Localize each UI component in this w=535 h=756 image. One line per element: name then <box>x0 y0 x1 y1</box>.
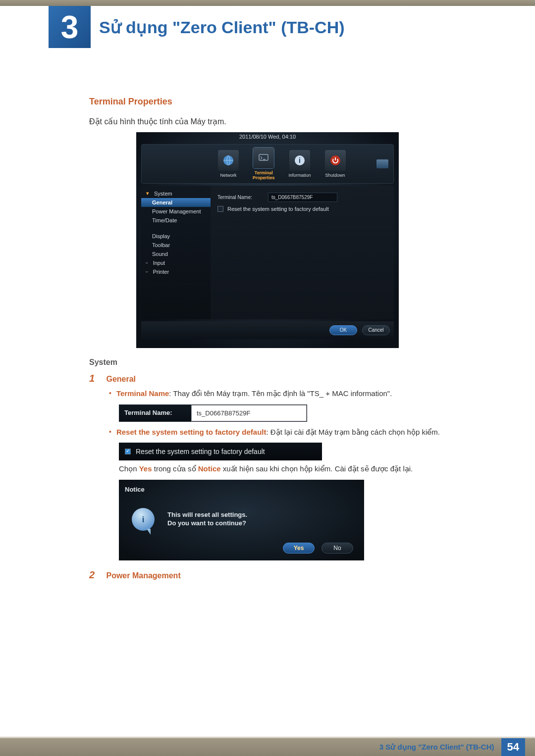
tree-toolbar[interactable]: Toolbar <box>141 241 211 250</box>
chapter-title: Sử dụng "Zero Client" (TB-CH) <box>99 17 345 37</box>
window-toolbar: Network TerminalProperties i Information… <box>141 144 394 184</box>
notice-no-button[interactable]: No <box>321 543 353 554</box>
terminal-name-input[interactable]: ts_D0667B87529F <box>268 193 337 202</box>
section-heading: Terminal Properties <box>89 97 446 107</box>
tree-input[interactable]: Input <box>141 258 211 267</box>
page-content: Terminal Properties Đặt cấu hình thuộc t… <box>89 97 446 581</box>
page-header: 3 Sử dụng "Zero Client" (TB-CH) <box>0 0 535 50</box>
list-item-1: 1 General <box>89 373 446 384</box>
globe-icon <box>218 150 239 171</box>
terminal-name-label: Terminal Name: <box>217 195 263 200</box>
chapter-badge: 3 <box>49 6 91 48</box>
info-bubble-icon: i <box>132 508 155 531</box>
bullet-reset: • Reset the system setting to factory de… <box>109 427 446 438</box>
tree-general[interactable]: General <box>141 198 211 207</box>
page-number: 54 <box>501 738 525 756</box>
tree-system[interactable]: System <box>141 189 211 198</box>
tree-power-management[interactable]: Power Management <box>141 207 211 216</box>
window-datetime: 2011/08/10 Wed, 04:10 <box>136 132 399 141</box>
settings-tree: System General Power Management Time/Dat… <box>141 186 211 319</box>
tree-sound[interactable]: Sound <box>141 250 211 258</box>
terminal-icon <box>253 148 274 168</box>
intro-text: Đặt cấu hình thuộc tính của Máy trạm. <box>89 117 446 126</box>
list-item-2: 2 Power Management <box>89 569 446 581</box>
window-footer: OK Cancel <box>141 321 394 339</box>
toolbar-terminal-properties[interactable]: TerminalProperties <box>253 148 275 180</box>
toolbar-shutdown[interactable]: Shutdown <box>325 150 346 178</box>
reset-checkbox[interactable] <box>217 206 223 212</box>
bullet-icon: • <box>109 428 111 436</box>
reset-checkbox-label: Reset the system setting to factory defa… <box>136 448 265 455</box>
toolbar-network[interactable]: Network <box>218 150 239 178</box>
power-icon <box>325 150 346 171</box>
closeup-label: Terminal Name: <box>119 405 191 421</box>
toolbar-information[interactable]: i Information <box>289 150 311 178</box>
bullet-icon: • <box>109 389 111 397</box>
reset-label: Reset the system setting to factory defa… <box>227 206 329 212</box>
reset-checkbox-checked[interactable] <box>125 449 131 454</box>
tree-time-date[interactable]: Time/Date <box>141 216 211 225</box>
notice-yes-button[interactable]: Yes <box>283 543 315 554</box>
closeup-input[interactable]: ts_D0667B87529F <box>191 405 307 421</box>
ok-button[interactable]: OK <box>329 325 357 335</box>
svg-text:i: i <box>299 156 301 164</box>
tree-printer[interactable]: Printer <box>141 267 211 276</box>
notice-dialog-screenshot: Notice i This will reset all settings. D… <box>119 480 364 560</box>
page-footer: 3 Sử dụng "Zero Client" (TB-CH) 54 <box>0 738 535 756</box>
svg-text:i: i <box>142 514 145 523</box>
settings-panel: Terminal Name: ts_D0667B87529F Reset the… <box>211 186 394 319</box>
notice-dialog-text: This will reset all settings. Do you wan… <box>167 511 247 528</box>
notice-instruction: Chọn Yes trong cửa sổ Notice xuất hiện s… <box>119 463 446 475</box>
info-icon: i <box>289 150 310 171</box>
terminal-name-closeup: Terminal Name: ts_D0667B87529F <box>119 404 307 422</box>
bullet-terminal-name: • Terminal Name: Thay đổi tên Máy trạm. … <box>109 388 446 400</box>
header-top-bar <box>0 0 535 6</box>
reset-checkbox-closeup: Reset the system setting to factory defa… <box>119 443 322 460</box>
tree-display[interactable]: Display <box>141 232 211 241</box>
notice-dialog-title: Notice <box>125 486 358 493</box>
footer-chapter-label: 3 Sử dụng "Zero Client" (TB-CH) <box>379 743 494 752</box>
flag-icon[interactable] <box>376 159 388 168</box>
cancel-button[interactable]: Cancel <box>362 325 390 335</box>
terminal-properties-screenshot: 2011/08/10 Wed, 04:10 Network TerminalPr… <box>136 132 399 348</box>
system-subheading: System <box>89 358 446 367</box>
